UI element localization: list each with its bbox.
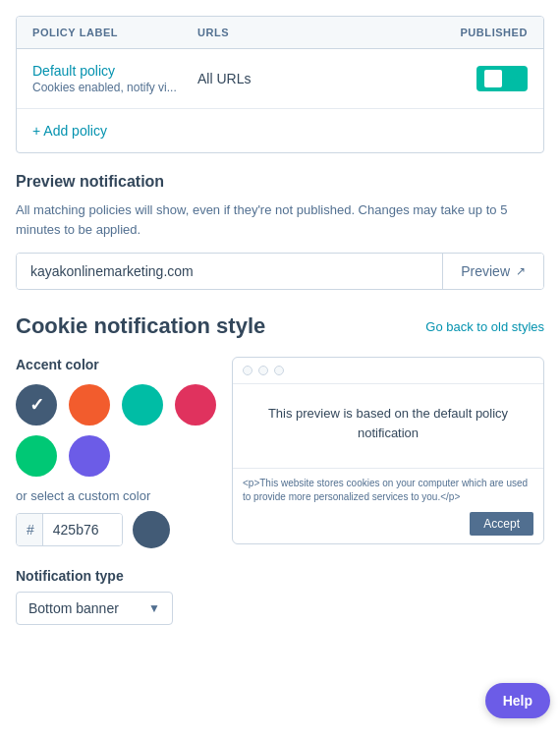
color-swatch-purple[interactable] — [69, 435, 110, 477]
cookie-style-header: Cookie notification style Go back to old… — [16, 313, 544, 339]
published-toggle[interactable]: ✓ — [476, 66, 528, 91]
published-header: PUBLISHED — [363, 27, 528, 38]
color-swatch-dark[interactable] — [16, 384, 57, 426]
policy-label-header: POLICY LABEL — [32, 27, 197, 38]
notification-type-section: Notification type Bottom banner ▼ — [16, 568, 544, 625]
table-header: POLICY LABEL URLS PUBLISHED — [17, 17, 543, 49]
chevron-down-icon: ▼ — [148, 601, 160, 615]
titlebar-dot-2 — [258, 366, 268, 375]
table-row: Default policy Cookies enabled, notify v… — [17, 49, 543, 109]
toggle-box — [484, 70, 502, 87]
policy-info: Default policy Cookies enabled, notify v… — [32, 63, 197, 94]
preview-notification-section: Preview notification All matching polici… — [0, 153, 560, 290]
dropdown-selected: Bottom banner — [28, 600, 139, 616]
preview-url-input[interactable] — [17, 254, 442, 289]
color-row-1 — [16, 384, 216, 426]
add-policy-link[interactable]: + Add policy — [32, 123, 107, 139]
color-swatch-green[interactable] — [16, 435, 57, 477]
cookie-style-title: Cookie notification style — [16, 313, 265, 339]
cookie-style-section: Cookie notification style Go back to old… — [0, 290, 560, 625]
color-swatch-pink[interactable] — [175, 384, 216, 426]
cookie-style-body: Accent color or select a custom color # — [16, 357, 544, 548]
preview-url-row: Preview ↗ — [16, 253, 544, 290]
accept-row: Accept — [243, 512, 533, 536]
policy-urls: All URLs — [197, 71, 363, 86]
notification-preview-widget: This preview is based on the default pol… — [232, 357, 544, 544]
custom-color-row: # — [16, 511, 216, 548]
notification-type-dropdown[interactable]: Bottom banner ▼ — [16, 592, 173, 625]
preview-notification-desc: All matching policies will show, even if… — [16, 200, 544, 239]
widget-code-text: <p>This website stores cookies on your c… — [243, 477, 533, 504]
add-policy-row: + Add policy — [17, 109, 543, 152]
color-row-2 — [16, 435, 216, 477]
preview-widget-column: This preview is based on the default pol… — [232, 357, 544, 544]
color-options — [16, 384, 216, 477]
policy-description: Cookies enabled, notify vi... — [32, 81, 197, 94]
color-swatch-teal[interactable] — [122, 384, 163, 426]
custom-color-label: or select a custom color — [16, 488, 216, 503]
accent-color-label: Accent color — [16, 357, 216, 372]
help-button[interactable]: Help — [485, 683, 550, 718]
hex-color-input[interactable] — [43, 514, 122, 545]
urls-header: URLS — [197, 27, 363, 38]
hex-hash-symbol: # — [17, 514, 43, 545]
widget-footer: <p>This website stores cookies on your c… — [233, 468, 543, 543]
notification-type-label: Notification type — [16, 568, 544, 584]
go-back-link[interactable]: Go back to old styles — [425, 319, 544, 334]
toggle-checkmark: ✓ — [508, 71, 520, 86]
titlebar-dot-1 — [243, 366, 252, 375]
widget-body: This preview is based on the default pol… — [233, 384, 543, 468]
preview-button-label: Preview — [461, 263, 510, 279]
policy-name[interactable]: Default policy — [32, 63, 197, 79]
custom-color-preview[interactable] — [133, 511, 170, 548]
external-link-icon: ↗ — [516, 264, 526, 278]
widget-titlebar — [233, 358, 543, 384]
color-swatch-orange[interactable] — [69, 384, 110, 426]
hex-input-wrapper: # — [16, 513, 123, 546]
titlebar-dot-3 — [274, 366, 284, 375]
color-column: Accent color or select a custom color # — [16, 357, 216, 548]
preview-notification-title: Preview notification — [16, 173, 544, 191]
accept-button[interactable]: Accept — [470, 512, 533, 536]
policy-table: POLICY LABEL URLS PUBLISHED Default poli… — [16, 16, 544, 153]
published-cell: ✓ — [363, 66, 528, 91]
widget-preview-text: This preview is based on the default pol… — [247, 404, 530, 442]
preview-button[interactable]: Preview ↗ — [442, 254, 543, 289]
